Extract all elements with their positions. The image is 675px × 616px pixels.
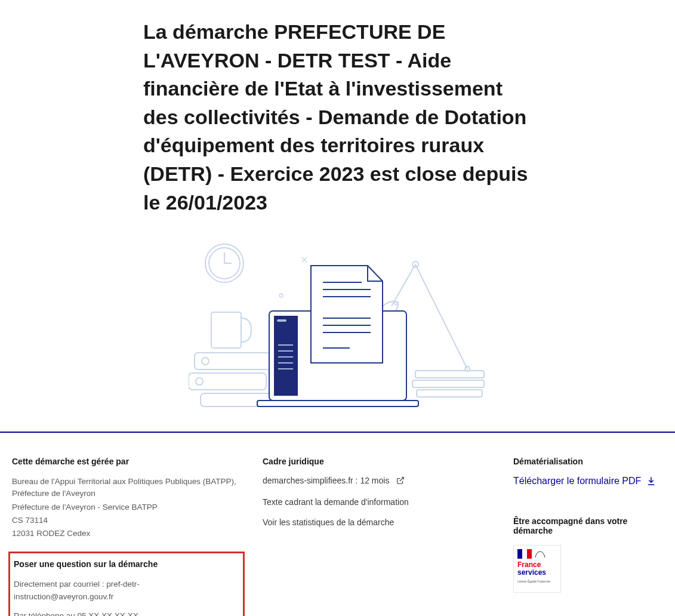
marianne-icon [534,549,546,559]
svg-rect-16 [189,373,266,390]
illustration-wrap [143,235,532,408]
svg-line-1 [415,264,467,369]
link-label: demarches-simplifiees.fr : 12 mois [263,476,389,485]
link-demarches-simplifiees[interactable]: demarches-simplifiees.fr : 12 mois [263,476,495,486]
svg-line-2 [392,264,415,306]
logo-motto: Liberté Égalité Fraternité [517,580,557,583]
link-label: Voir les statistiques de la démarche [263,518,394,527]
france-services-logo[interactable]: France services Liberté Égalité Fraterni… [513,545,561,593]
svg-line-38 [400,478,403,481]
svg-rect-19 [415,371,484,378]
question-heading: Poser une question sur la démarche [14,559,239,569]
link-label: Texte cadrant la demande d'information [263,497,409,507]
question-email: Directement par courriel : pref-detr-ins… [14,578,239,603]
desk-illustration [189,235,487,408]
address-line: CS 73114 [12,515,245,526]
question-phone: Par téléphone au 05 XX XX XX XX [14,610,239,616]
download-pdf-link[interactable]: Télécharger le formulaire PDF [513,476,656,486]
address-line: 12031 RODEZ Cedex [12,528,245,540]
managed-by-heading: Cette démarche est gérée par [12,457,245,466]
address-line: Préfecture de l'Aveyron - Service BATPP [12,501,245,513]
link-texte-cadrant[interactable]: Texte cadrant la demande d'information [263,497,495,507]
logo-text-line2: services [517,568,546,577]
page-title: La démarche PREFECTURE DE L'AVEYRON - DE… [143,18,532,217]
external-link-icon [396,476,405,486]
svg-point-11 [279,294,283,297]
svg-rect-13 [211,312,241,348]
french-flag-icon [517,549,532,559]
question-highlight-box: Poser une question sur la démarche Direc… [8,552,245,616]
download-icon [646,476,656,486]
svg-rect-30 [257,401,418,406]
logo-text-line1: France [517,560,541,569]
accompany-heading: Être accompagné dans votre démarche [513,516,663,535]
svg-rect-23 [274,316,298,396]
legal-heading: Cadre juridique [263,457,495,466]
managed-by-address: Bureau de l'Appui Territorial aux Politi… [12,476,245,540]
svg-rect-20 [412,380,484,387]
download-label: Télécharger le formulaire PDF [513,476,641,486]
question-details: Directement par courriel : pref-detr-ins… [14,578,239,616]
demat-heading: Dématérialisation [513,457,663,466]
svg-rect-24 [277,319,286,322]
svg-rect-14 [195,353,272,369]
svg-rect-21 [417,390,482,397]
address-line: Bureau de l'Appui Territorial aux Politi… [12,476,245,500]
link-statistiques[interactable]: Voir les statistiques de la démarche [263,518,495,527]
